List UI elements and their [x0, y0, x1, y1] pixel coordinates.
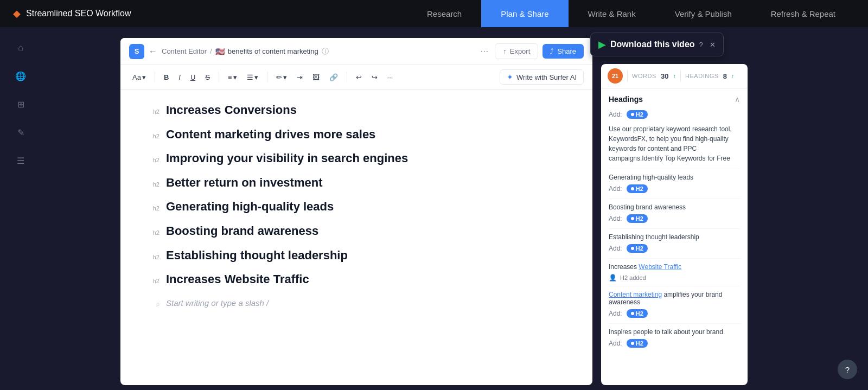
heading-tag-4: h2	[146, 205, 159, 212]
heading-text-3[interactable]: Better return on investment	[166, 175, 323, 191]
main-area: ⌂ 🌐 ⊞ ✎ ☰ S ← Content Editor / 🇺🇸 benefi…	[0, 27, 868, 390]
placeholder-row[interactable]: p Start writing or type a slash /	[146, 296, 566, 310]
sidebar-icon-grid[interactable]: ⊞	[11, 94, 30, 114]
h2-badge-label: H2	[636, 111, 643, 118]
add-row-4: Add: H2	[609, 339, 740, 348]
heading-text-4[interactable]: Generating high-quality leads	[166, 199, 334, 215]
add-h2-0[interactable]: H2	[627, 184, 648, 193]
sidebar-icon-edit[interactable]: ✎	[11, 123, 30, 142]
help-button[interactable]: ?	[838, 360, 857, 379]
toolbar-list[interactable]: ☰▾	[244, 71, 261, 84]
sidebar-divider-4	[609, 286, 740, 286]
download-banner-close-icon[interactable]: ✕	[710, 41, 716, 49]
nav-item-research[interactable]: Research	[407, 0, 481, 27]
toolbar-align[interactable]: ≡▾	[225, 71, 240, 84]
export-button[interactable]: ↑ Export	[495, 43, 538, 59]
nav-item-plan-share[interactable]: Plan & Share	[481, 0, 568, 27]
sidebar-intro-text: Use our proprietary keyword research too…	[609, 124, 740, 163]
heading-text-5[interactable]: Boosting brand awareness	[166, 223, 318, 239]
heading-row-6: h2 Establishing thought leadership	[146, 248, 566, 264]
heading-text-2[interactable]: Improving your visibility in search engi…	[166, 151, 408, 167]
heading-text-7[interactable]: Increases Website Traffic	[166, 272, 309, 287]
sidebar-heading-item-3: Increases Website Traffic	[609, 263, 740, 271]
sidebar-content: Headings ∧ Add: H2 Use our proprietary k…	[601, 88, 748, 385]
heading-tag-3: h2	[146, 181, 159, 188]
toolbar-bold[interactable]: B	[161, 71, 172, 84]
stats-score: 21	[608, 68, 623, 84]
toolbar-sep-3	[267, 72, 267, 82]
nav-item-refresh-repeat[interactable]: Refresh & Repeat	[751, 0, 855, 27]
toolbar-image[interactable]: 🖼	[309, 71, 323, 84]
stats-bar: 21 WORDS 30 ↑ HEADINGS 8 ↑	[601, 64, 748, 88]
add-row-1: Add: H2	[609, 214, 740, 223]
sidebar-heading-item-1: Boosting brand awareness	[609, 203, 740, 211]
export-icon: ↑	[503, 47, 507, 55]
heading-text-1[interactable]: Content marketing drives more sales	[166, 127, 375, 143]
add-h2-2[interactable]: H2	[627, 244, 648, 253]
surfer-ai-button[interactable]: ✦ Write with Surfer AI	[500, 69, 584, 85]
heading-tag-2: h2	[146, 157, 159, 163]
toolbar-link[interactable]: 🔗	[326, 71, 341, 84]
nav-item-verify-publish[interactable]: Verify & Publish	[655, 0, 751, 27]
heading-tag-5: h2	[146, 229, 159, 236]
add-h2-4[interactable]: H2	[627, 339, 648, 348]
toolbar-redo[interactable]: ↪	[368, 71, 381, 84]
heading-tag-7: h2	[146, 278, 159, 284]
breadcrumb-flag: 🇺🇸	[215, 47, 225, 56]
share-button[interactable]: ⤴ Share	[542, 44, 584, 59]
sidebar-divider-5	[609, 323, 740, 324]
header-more-button[interactable]: ···	[478, 46, 490, 57]
toolbar-sep-4	[347, 72, 347, 82]
toolbar-strikethrough[interactable]: S	[202, 71, 213, 84]
add-h2-1[interactable]: H2	[627, 214, 648, 223]
breadcrumb-info-icon[interactable]: ⓘ	[322, 47, 329, 56]
toolbar-more[interactable]: ···	[384, 71, 397, 84]
back-arrow-button[interactable]: ←	[149, 47, 157, 56]
add-label-1: Add:	[609, 185, 622, 193]
editor-panel: S ← Content Editor / 🇺🇸 benefits of cont…	[120, 38, 592, 385]
sidebar-divider-1	[609, 199, 740, 199]
section-collapse-button[interactable]: ∧	[735, 95, 740, 104]
editor-content[interactable]: h2 Increases Conversions h2 Content mark…	[120, 89, 592, 385]
heading-text-6[interactable]: Establishing thought leadership	[166, 248, 348, 264]
add-label-5: Add:	[609, 340, 622, 347]
toolbar-underline[interactable]: U	[187, 71, 199, 84]
stats-words-value: 30	[661, 72, 668, 80]
sidebar-heading-item-5: Inspires people to talk about your brand	[609, 328, 740, 336]
surfer-ai-label: Write with Surfer AI	[516, 73, 577, 81]
top-nav: ◆ Streamlined SEO Workflow Research Plan…	[0, 0, 868, 27]
download-banner-help-icon[interactable]: ?	[699, 41, 703, 49]
sidebar-heading-item-2: Establishing thought leadership	[609, 233, 740, 241]
heading-text-0[interactable]: Increases Conversions	[166, 103, 297, 118]
h2-added-text: H2 added	[620, 274, 646, 281]
stats-divider-1	[627, 71, 628, 81]
sidebar-heading-item-4: Content marketing amplifies your brand a…	[609, 291, 740, 306]
stats-words-label: WORDS	[632, 73, 656, 79]
nav-item-write-rank[interactable]: Write & Rank	[569, 0, 655, 27]
stats-headings-value: 8	[723, 72, 727, 80]
heading-row-3: h2 Better return on investment	[146, 175, 566, 191]
toolbar-highlight[interactable]: ✏▾	[273, 71, 290, 84]
editor-avatar: S	[129, 44, 144, 59]
share-icon: ⤴	[550, 47, 554, 55]
breadcrumb-separator: /	[210, 47, 212, 55]
sidebar-icon-globe[interactable]: 🌐	[11, 66, 30, 86]
toolbar-font-size[interactable]: Aa ▾	[129, 71, 149, 84]
placeholder-text: Start writing or type a slash /	[166, 298, 269, 308]
sidebar-icon-list[interactable]: ☰	[11, 151, 30, 170]
toolbar-italic[interactable]: I	[175, 71, 184, 84]
download-banner-text[interactable]: Download this video	[610, 40, 695, 49]
heading-row-0: h2 Increases Conversions	[146, 103, 566, 118]
sidebar-divider-0	[609, 169, 740, 169]
toolbar-indent[interactable]: ⇥	[293, 71, 306, 84]
add-h2-badge[interactable]: H2	[627, 110, 648, 119]
breadcrumb: Content Editor / 🇺🇸 benefits of content …	[162, 47, 329, 56]
stats-headings-arrow: ↑	[731, 73, 735, 79]
toolbar-undo[interactable]: ↩	[353, 71, 365, 84]
add-h2-3[interactable]: H2	[627, 309, 648, 318]
add-label-2: Add:	[609, 215, 622, 222]
sidebar-icon-home[interactable]: ⌂	[11, 38, 30, 57]
download-video-banner: ▶ Download this video ? ✕	[590, 33, 724, 56]
share-label: Share	[557, 47, 576, 55]
h2-added-icon: 👤	[609, 274, 617, 282]
